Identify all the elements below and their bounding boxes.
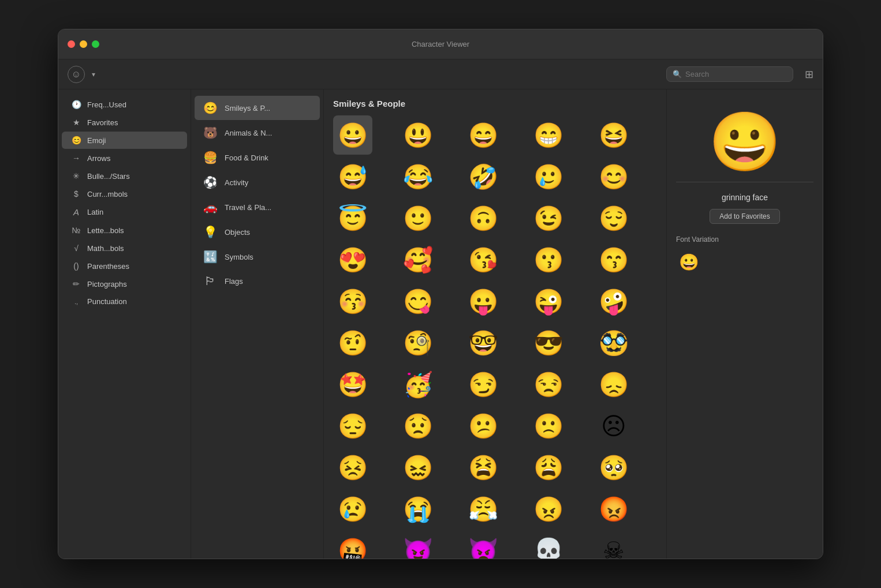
emoji-cell[interactable]: 🥸 (594, 323, 633, 362)
symbols-icon: 🔣 (203, 250, 218, 264)
emoji-cell[interactable]: 😋 (398, 282, 438, 321)
emoji-picker-button[interactable]: ☺ (68, 66, 85, 83)
emoji-cell[interactable]: 🙁 (529, 406, 568, 445)
emoji-cell[interactable]: 😍 (333, 240, 372, 279)
emoji-grid-panel: Smileys & People 😀😃😄😁😆😅😂🤣🥲😊😇🙂🙃😉😌😍🥰😘😗😙😚😋😛… (324, 89, 667, 559)
maximize-button[interactable] (92, 40, 99, 48)
sidebar-item-latin[interactable]: A Latin (62, 203, 187, 221)
emoji-cell[interactable]: 😌 (594, 199, 633, 238)
emoji-cell[interactable]: 🤪 (594, 282, 633, 321)
emoji-cell[interactable]: 😭 (398, 489, 438, 529)
flags-icon: 🏳 (203, 275, 218, 288)
emoji-cell[interactable]: 😈 (398, 531, 438, 559)
grid-view-button[interactable]: ⊞ (805, 68, 813, 81)
emoji-cell[interactable]: 😣 (333, 448, 372, 487)
close-button[interactable] (68, 40, 75, 48)
emoji-cell[interactable]: 😀 (333, 115, 372, 155)
emoji-cell[interactable]: 😤 (464, 489, 503, 529)
emoji-cell[interactable]: 😖 (398, 448, 438, 487)
font-variation-cell[interactable]: 😀 (676, 249, 701, 275)
sidebar-item-label: Pictographs (87, 280, 127, 289)
emoji-cell[interactable]: 😢 (333, 489, 372, 529)
emoji-cell[interactable]: 😡 (594, 489, 633, 529)
category-travel[interactable]: 🚗 Travel & Pla... (195, 195, 320, 219)
emoji-cell[interactable]: 🥺 (594, 448, 633, 487)
sidebar-item-currency[interactable]: $ Curr...mbols (62, 185, 187, 203)
search-icon: 🔍 (673, 70, 682, 78)
emoji-cell[interactable]: 🥰 (398, 240, 438, 279)
sidebar-item-favorites[interactable]: ★ Favorites (62, 114, 187, 131)
minimize-button[interactable] (80, 40, 87, 48)
detail-divider (676, 182, 813, 182)
emoji-cell[interactable]: 😒 (529, 365, 568, 404)
emoji-cell[interactable]: 😃 (398, 115, 438, 155)
emoji-cell[interactable]: 😗 (529, 240, 568, 279)
emoji-cell[interactable]: 😊 (594, 157, 633, 196)
category-label: Objects (225, 228, 250, 237)
dropdown-chevron[interactable]: ▾ (89, 68, 98, 81)
emoji-cell[interactable]: 😄 (464, 115, 503, 155)
detail-emoji-name: grinning face (676, 193, 813, 202)
category-smileys[interactable]: 😊 Smileys & P... (195, 96, 320, 120)
titlebar: Character Viewer (58, 29, 823, 59)
emoji-cell[interactable]: 🧐 (398, 323, 438, 362)
emoji-cell[interactable]: 👿 (464, 531, 503, 559)
emoji-cell[interactable]: 😔 (333, 406, 372, 445)
search-box: 🔍 (666, 66, 793, 82)
emoji-cell[interactable]: 😘 (464, 240, 503, 279)
emoji-cell[interactable]: ☹ (594, 406, 633, 445)
asterisk-icon: ✳ (71, 171, 81, 181)
emoji-cell[interactable]: 😜 (529, 282, 568, 321)
category-symbols[interactable]: 🔣 Symbols (195, 245, 320, 269)
emoji-cell[interactable]: 😏 (464, 365, 503, 404)
emoji-cell[interactable]: 🙂 (398, 199, 438, 238)
emoji-cell[interactable]: 😛 (464, 282, 503, 321)
emoji-cell[interactable]: 😙 (594, 240, 633, 279)
sidebar-item-punctuation[interactable]: ., Punctuation (62, 293, 187, 310)
category-label: Activity (225, 178, 248, 187)
emoji-cell[interactable]: 🤩 (333, 365, 372, 404)
emoji-cell[interactable]: 😂 (398, 157, 438, 196)
emoji-cell[interactable]: 😕 (464, 406, 503, 445)
emoji-cell[interactable]: 💀 (529, 531, 568, 559)
emoji-cell[interactable]: 😫 (464, 448, 503, 487)
emoji-cell[interactable]: ☠ (594, 531, 633, 559)
sidebar-item-freq-used[interactable]: 🕐 Freq...Used (62, 96, 187, 113)
emoji-cell[interactable]: 🥲 (529, 157, 568, 196)
emoji-cell[interactable]: 🤨 (333, 323, 372, 362)
emoji-cell[interactable]: 😎 (529, 323, 568, 362)
emoji-cell[interactable]: 🙃 (464, 199, 503, 238)
emoji-cell[interactable]: 🤣 (464, 157, 503, 196)
emoji-cell[interactable]: 😠 (529, 489, 568, 529)
category-activity[interactable]: ⚽ Activity (195, 170, 320, 194)
emoji-cell[interactable]: 😇 (333, 199, 372, 238)
category-flags[interactable]: 🏳 Flags (195, 269, 320, 293)
sidebar-item-letterlike[interactable]: № Lette...bols (62, 222, 187, 239)
emoji-cell[interactable]: 😆 (594, 115, 633, 155)
sidebar-item-bullets[interactable]: ✳ Bulle.../Stars (62, 167, 187, 185)
clock-icon: 🕐 (71, 100, 81, 109)
sidebar-item-emoji[interactable]: 😊 Emoji (62, 132, 187, 149)
sidebar-item-parentheses[interactable]: () Parentheses (62, 257, 187, 275)
emoji-cell[interactable]: 🤬 (333, 531, 372, 559)
emoji-cell[interactable]: 🥳 (398, 365, 438, 404)
emoji-cell[interactable]: 😚 (333, 282, 372, 321)
emoji-cell[interactable]: 😩 (529, 448, 568, 487)
emoji-cell[interactable]: 😅 (333, 157, 372, 196)
search-input[interactable] (685, 70, 787, 78)
emoji-cell[interactable]: 😉 (529, 199, 568, 238)
category-label: Smileys & P... (225, 104, 270, 113)
travel-icon: 🚗 (203, 200, 218, 214)
sidebar-item-arrows[interactable]: → Arrows (62, 149, 187, 167)
category-objects[interactable]: 💡 Objects (195, 220, 320, 244)
emoji-cell[interactable]: 😞 (594, 365, 633, 404)
emoji-cell[interactable]: 🤓 (464, 323, 503, 362)
category-food[interactable]: 🍔 Food & Drink (195, 145, 320, 170)
emoji-cell[interactable]: 😁 (529, 115, 568, 155)
add-to-favorites-button[interactable]: Add to Favorites (710, 209, 779, 224)
sidebar-item-pictographs[interactable]: ✏ Pictographs (62, 275, 187, 293)
sidebar-item-math[interactable]: √ Math...bols (62, 239, 187, 257)
main-content: 🕐 Freq...Used ★ Favorites 😊 Emoji → Arro… (58, 89, 823, 559)
category-animals[interactable]: 🐻 Animals & N... (195, 121, 320, 145)
emoji-cell[interactable]: 😟 (398, 406, 438, 445)
